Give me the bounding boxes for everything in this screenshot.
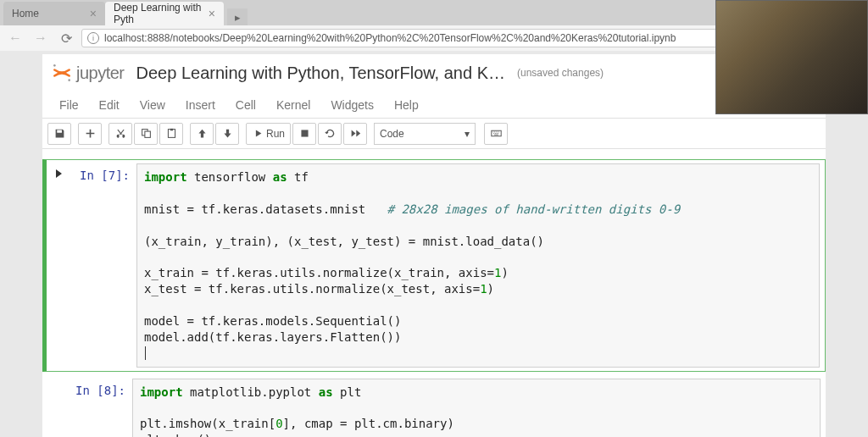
menu-file[interactable]: File <box>49 93 89 117</box>
notebook-cells: In [7]:import tensorflow as tf mnist = t… <box>42 149 826 437</box>
svg-rect-6 <box>301 130 308 136</box>
add-cell-button[interactable] <box>78 123 102 145</box>
menu-view[interactable]: View <box>130 93 175 117</box>
save-button[interactable] <box>47 123 71 145</box>
browser-tab-notebook[interactable]: Deep Learning with Pyth × <box>105 2 224 25</box>
plus-icon <box>85 128 96 139</box>
arrow-up-icon <box>197 128 208 139</box>
move-up-button[interactable] <box>190 123 214 145</box>
cell-type-select[interactable]: Code ▾ <box>374 123 476 145</box>
svg-rect-5 <box>170 129 172 130</box>
cell-prompt: In [8]: <box>59 379 132 437</box>
keyboard-icon <box>491 128 502 139</box>
run-button[interactable]: Run <box>246 123 291 145</box>
menu-edit[interactable]: Edit <box>89 93 130 117</box>
back-button[interactable]: ← <box>5 28 25 48</box>
menu-cell[interactable]: Cell <box>225 93 266 117</box>
code-editor[interactable]: import tensorflow as tf mnist = tf.keras… <box>136 163 820 368</box>
close-icon[interactable]: × <box>90 7 97 20</box>
cut-button[interactable] <box>108 123 132 145</box>
svg-point-0 <box>53 64 56 67</box>
chevron-down-icon: ▾ <box>465 128 470 140</box>
save-icon <box>54 128 65 139</box>
command-palette-button[interactable] <box>484 123 508 145</box>
menu-widgets[interactable]: Widgets <box>320 93 384 117</box>
arrow-down-icon <box>222 128 233 139</box>
run-icon <box>252 128 263 139</box>
code-cell[interactable]: In [7]:import tensorflow as tf mnist = t… <box>42 159 826 372</box>
fast-forward-icon <box>350 128 361 139</box>
jupyter-logo[interactable]: jupyter <box>51 61 125 85</box>
menu-insert[interactable]: Insert <box>175 93 225 117</box>
notebook-header: jupyter Deep Learning with Python, Tenso… <box>42 54 826 91</box>
paste-icon <box>166 128 177 139</box>
cell-prompt: In [7]: <box>64 163 136 368</box>
webcam-overlay <box>715 0 868 114</box>
svg-rect-3 <box>144 131 150 137</box>
code-editor[interactable]: import matplotlib.pyplot as plt plt.imsh… <box>132 379 821 437</box>
new-tab-button[interactable]: ▸ <box>227 8 248 25</box>
menubar: File Edit View Insert Cell Kernel Widget… <box>42 91 826 119</box>
restart-button[interactable] <box>318 123 342 145</box>
url-text: localhost:8888/notebooks/Deep%20Learning… <box>104 32 676 44</box>
close-icon[interactable]: × <box>209 7 215 20</box>
menu-kernel[interactable]: Kernel <box>266 93 320 117</box>
code-cell[interactable]: In [8]:import matplotlib.pyplot as plt p… <box>42 375 826 437</box>
browser-tab-home[interactable]: Home × <box>3 2 105 25</box>
reload-button[interactable]: ⟳ <box>56 28 76 48</box>
interrupt-button[interactable] <box>292 123 316 145</box>
run-label: Run <box>266 128 285 140</box>
toolbar: Run Code ▾ <box>42 119 826 149</box>
notebook-container: jupyter Deep Learning with Python, Tenso… <box>42 54 826 437</box>
jupyter-logo-text: jupyter <box>76 64 125 83</box>
run-cell-marker[interactable] <box>52 163 64 368</box>
restart-icon <box>325 128 336 139</box>
stop-icon <box>299 128 310 139</box>
forward-button[interactable]: → <box>31 28 51 48</box>
tab-title: Deep Learning with Pyth <box>114 2 202 25</box>
copy-icon <box>141 128 152 139</box>
svg-point-1 <box>68 79 70 81</box>
scissors-icon <box>115 128 126 139</box>
notebook-title[interactable]: Deep Learning with Python, TensorFlow, a… <box>136 64 505 83</box>
paste-button[interactable] <box>159 123 183 145</box>
copy-button[interactable] <box>134 123 158 145</box>
tab-title: Home <box>12 8 39 19</box>
move-down-button[interactable] <box>215 123 239 145</box>
cell-type-value: Code <box>380 128 404 140</box>
menu-help[interactable]: Help <box>384 93 429 117</box>
save-status: (unsaved changes) <box>517 67 604 79</box>
run-cell-marker[interactable] <box>47 379 59 437</box>
info-icon[interactable]: i <box>87 32 99 44</box>
restart-run-all-button[interactable] <box>343 123 367 145</box>
